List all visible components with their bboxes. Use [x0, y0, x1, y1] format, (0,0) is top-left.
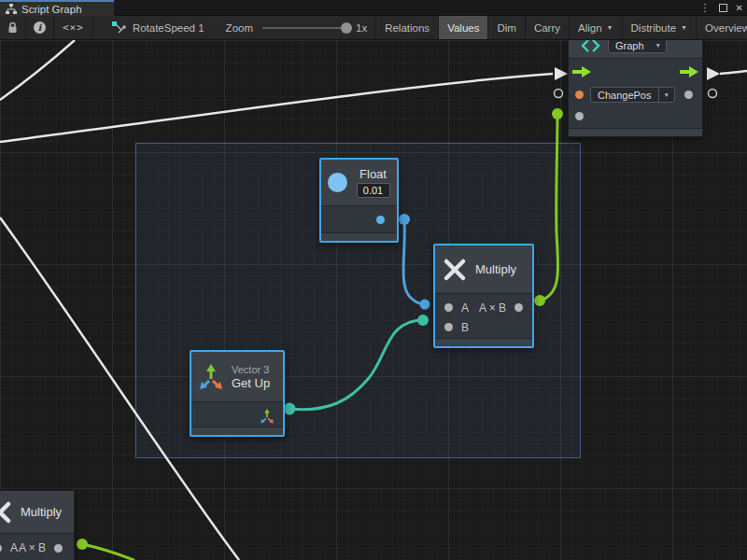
- wire-flow-out-right[interactable]: [720, 71, 747, 74]
- dim-label: Dim: [497, 22, 515, 34]
- graph-asset-icon: [112, 21, 126, 34]
- port-out[interactable]: [54, 544, 63, 553]
- info-icon: i: [34, 21, 46, 34]
- wire-getup-to-multiply-b[interactable]: [289, 320, 423, 410]
- float-title: Float: [359, 167, 387, 181]
- distribute-dropdown[interactable]: Distribute▼: [623, 16, 698, 39]
- multiply-icon: [0, 500, 12, 525]
- chevron-down-icon: ▼: [607, 24, 613, 31]
- chevron-down-icon: ▼: [681, 24, 687, 31]
- node-multiply-2[interactable]: Multiply A A × B: [0, 490, 75, 560]
- wire-cap: [552, 108, 563, 119]
- float-value-field[interactable]: 0.01: [357, 183, 390, 198]
- hierarchy-icon: [6, 4, 17, 14]
- port-out-label: A × B: [479, 301, 506, 315]
- flow-in-arrow-icon[interactable]: [572, 66, 591, 77]
- multiply-title: Multiply: [475, 262, 516, 276]
- close-icon[interactable]: ✕: [736, 4, 743, 13]
- info-button[interactable]: i: [26, 16, 54, 39]
- wire-multiply-to-changepos[interactable]: [540, 114, 558, 301]
- wire-float-to-multiply-a[interactable]: [403, 219, 425, 304]
- carry-button[interactable]: Carry: [526, 16, 570, 39]
- port-b[interactable]: [444, 323, 453, 331]
- wire-cap: [399, 214, 410, 225]
- tab-script-graph[interactable]: Script Graph: [0, 0, 114, 16]
- tab-title: Script Graph: [21, 4, 82, 15]
- relations-button[interactable]: Relations: [376, 16, 439, 39]
- wire-multiply2-out[interactable]: [82, 544, 134, 560]
- zoom-slider-handle[interactable]: [341, 22, 352, 34]
- graph-toolbar: i <×> RotateSpeed 1 Zoom 1x Relations Va…: [0, 16, 747, 40]
- menu-kebab-icon[interactable]: ⋮: [700, 3, 711, 13]
- node-float[interactable]: Float 0.01: [319, 158, 399, 243]
- float-icon: [328, 173, 347, 192]
- hollow-port-left[interactable]: [555, 90, 563, 98]
- graph-breadcrumb[interactable]: RotateSpeed 1: [93, 16, 213, 39]
- port-value-in2[interactable]: [575, 112, 584, 120]
- wire-cap: [420, 300, 430, 310]
- port-a[interactable]: [444, 303, 453, 312]
- graph-dropdown-label: Graph: [609, 40, 651, 51]
- port-value-out[interactable]: [684, 91, 693, 99]
- flow-arrowhead-right: [707, 67, 720, 80]
- zoom-slider[interactable]: [262, 27, 348, 29]
- port-b-label: B: [461, 321, 469, 334]
- port-value-in[interactable]: [575, 91, 584, 99]
- multiply-icon: [443, 258, 467, 282]
- code-icon: <×>: [63, 21, 84, 34]
- changepos-label: ChangePos: [591, 90, 658, 101]
- port-vector3-out[interactable]: [260, 409, 275, 424]
- node-vector3-getup[interactable]: Vector 3 Get Up: [190, 350, 285, 437]
- port-out-label: A × B: [19, 541, 46, 554]
- tab-bar: Script Graph ⋮ ✕: [0, 0, 747, 16]
- chevron-down-icon: ▼: [658, 88, 674, 102]
- graph-name-label: RotateSpeed 1: [133, 22, 204, 34]
- overview-label: Overview: [705, 22, 747, 34]
- port-out[interactable]: [514, 303, 523, 312]
- zoom-value: 1x: [356, 22, 367, 34]
- lock-icon: [7, 21, 18, 34]
- code-chevrons-icon: [581, 40, 600, 52]
- getup-title: Get Up: [232, 376, 270, 390]
- zoom-control: Zoom 1x: [213, 16, 377, 39]
- script-graph-window: Script Graph ⋮ ✕ i <×> RotateS: [0, 0, 747, 560]
- dim-button[interactable]: Dim: [488, 16, 525, 39]
- vector3-icon: [199, 364, 223, 390]
- maximize-icon[interactable]: [719, 4, 727, 12]
- carry-label: Carry: [534, 22, 560, 34]
- port-a-label: A: [10, 541, 18, 554]
- port-a[interactable]: [0, 544, 2, 553]
- values-button[interactable]: Values: [439, 16, 488, 39]
- wire-flow-into-graph-node[interactable]: [0, 74, 553, 142]
- flow-arrowhead-left: [555, 67, 568, 80]
- wire-cap: [77, 539, 88, 550]
- graph-canvas[interactable]: Graph ▼ ChangePos: [0, 40, 747, 560]
- hollow-port-right[interactable]: [709, 90, 717, 98]
- align-label: Align: [578, 22, 602, 34]
- flow-out-arrow-icon[interactable]: [680, 66, 698, 77]
- node-graph-changepos[interactable]: Graph ▼ ChangePos: [568, 40, 703, 137]
- zoom-label: Zoom: [226, 22, 253, 34]
- wire-cap: [534, 295, 545, 306]
- graph-dropdown[interactable]: Graph ▼: [608, 40, 667, 53]
- multiply2-title: Multiply: [21, 505, 62, 519]
- port-float-out[interactable]: [376, 216, 385, 224]
- overview-button[interactable]: Overview: [697, 16, 747, 39]
- wire-cap: [284, 403, 296, 415]
- code-view-button[interactable]: <×>: [54, 16, 93, 39]
- distribute-label: Distribute: [631, 22, 677, 34]
- align-dropdown[interactable]: Align▼: [570, 16, 623, 39]
- wire-cap: [417, 315, 429, 326]
- node-multiply[interactable]: Multiply A A × B B: [433, 244, 534, 348]
- chevron-down-icon: ▼: [651, 42, 666, 49]
- values-label: Values: [447, 22, 479, 34]
- lock-button[interactable]: [0, 16, 26, 39]
- relations-label: Relations: [385, 22, 430, 34]
- changepos-dropdown[interactable]: ChangePos ▼: [590, 87, 675, 103]
- wire-flow-offscreen-left[interactable]: [0, 40, 75, 100]
- port-a-label: A: [461, 301, 469, 315]
- vector3-subtitle: Vector 3: [232, 364, 270, 375]
